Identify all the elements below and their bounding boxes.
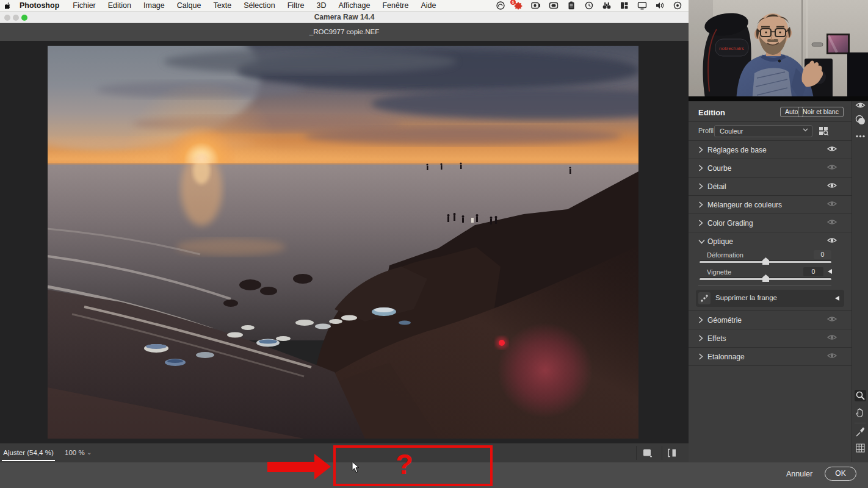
deformation-value[interactable]: 0 <box>814 250 831 259</box>
edit-panel: Edition Auto Noir et blanc Profil Couleu… <box>689 101 852 462</box>
menu-item-calque[interactable]: Calque <box>171 0 208 12</box>
eye-icon[interactable] <box>827 315 837 324</box>
image-canvas <box>0 41 689 443</box>
apple-menu[interactable] <box>0 1 16 10</box>
camera-raw-window: Photoshop Fichier Edition Image Calque T… <box>0 0 868 488</box>
binoculars-icon[interactable] <box>602 1 612 10</box>
annotation-arrow <box>267 462 314 472</box>
creative-cloud-icon[interactable] <box>496 1 505 10</box>
screen-record-icon[interactable] <box>531 1 541 10</box>
collapse-left-icon[interactable] <box>828 269 832 274</box>
zoom-level-chevron-icon[interactable]: ⌄ <box>84 443 94 462</box>
app-badge-icon[interactable]: 6 <box>513 1 523 10</box>
menu-item-selection[interactable]: Sélection <box>237 0 281 12</box>
zoom-tool-icon[interactable] <box>855 390 866 401</box>
profile-label: Profil <box>698 127 714 134</box>
mouse-cursor <box>352 461 360 473</box>
profile-value: Couleur <box>720 127 743 135</box>
collapse-left-icon[interactable] <box>835 296 839 301</box>
section-courbe[interactable]: Courbe <box>689 159 852 177</box>
window-title: Camera Raw 14.4 <box>0 12 689 23</box>
vignette-label: Vignette <box>707 268 731 276</box>
menubar-status-icons: 6 <box>496 1 689 10</box>
chevron-down-icon <box>698 239 705 244</box>
eye-icon[interactable] <box>827 352 837 361</box>
eye-icon[interactable] <box>827 334 837 342</box>
menu-item-fichier[interactable]: Fichier <box>67 0 102 12</box>
grid-overlay-icon[interactable] <box>855 442 866 454</box>
cancel-button[interactable]: Annuler <box>786 470 812 478</box>
divider <box>689 121 852 122</box>
divider <box>689 365 852 366</box>
section-geometrie[interactable]: Géométrie <box>689 311 852 329</box>
display-icon[interactable] <box>637 1 647 10</box>
slider-thumb[interactable] <box>762 274 769 282</box>
section-detail[interactable]: Détail <box>689 178 852 195</box>
hand-tool-icon[interactable] <box>855 407 866 418</box>
toolbar-separator <box>662 446 662 460</box>
chevron-right-icon <box>698 146 703 153</box>
deformation-slider[interactable] <box>700 261 831 263</box>
strip-separator <box>855 423 866 423</box>
menu-item-3d[interactable]: 3D <box>311 0 333 12</box>
menu-item-photoshop[interactable]: Photoshop <box>16 0 67 12</box>
menu-item-aide[interactable]: Aide <box>414 0 442 12</box>
annotation-arrow-head <box>314 454 331 479</box>
menu-item-affichage[interactable]: Affichage <box>332 0 376 12</box>
svg-text:noblechairs: noblechairs <box>719 46 744 51</box>
fit-zoom-tab[interactable]: Ajuster (54,4 %) <box>0 443 57 462</box>
history-clock-icon[interactable] <box>584 1 594 10</box>
eye-icon[interactable] <box>827 145 837 154</box>
menu-item-texte[interactable]: Texte <box>207 0 237 12</box>
slider-thumb[interactable] <box>762 257 769 265</box>
menu-item-image[interactable]: Image <box>137 0 171 12</box>
raw-photo[interactable] <box>48 46 638 439</box>
profile-select[interactable]: Couleur <box>714 125 812 137</box>
close-window-button[interactable] <box>4 15 10 21</box>
menu-item-edition[interactable]: Edition <box>102 0 137 12</box>
right-tool-strip <box>852 101 868 462</box>
zoom-window-button[interactable] <box>21 15 27 21</box>
section-melangeur-de-couleurs[interactable]: Mélangeur de couleurs <box>689 196 852 214</box>
divider <box>698 285 831 286</box>
black-white-button[interactable]: Noir et blanc <box>798 107 844 117</box>
profile-browser-icon[interactable] <box>819 126 829 135</box>
menu-item-filtre[interactable]: Filtre <box>281 0 311 12</box>
chevron-right-icon <box>698 220 703 226</box>
more-options-icon[interactable] <box>855 131 866 142</box>
vignette-slider[interactable] <box>700 278 831 280</box>
defringe-row[interactable]: Supprimer la frange <box>696 290 844 307</box>
preview-mode-icon[interactable] <box>642 448 653 458</box>
section-etalonnage[interactable]: Etalonnage <box>689 348 852 365</box>
filename-bar: _ROC9977 copie.NEF <box>0 23 689 41</box>
minimize-window-button[interactable] <box>13 15 19 21</box>
chevron-right-icon <box>698 183 703 190</box>
defringe-eyedropper-icon <box>698 292 711 304</box>
eye-icon[interactable] <box>827 163 837 172</box>
record-icon[interactable] <box>673 1 682 10</box>
masking-icon[interactable] <box>855 114 866 126</box>
section-effets[interactable]: Effets <box>689 329 852 347</box>
eye-icon[interactable] <box>827 182 837 190</box>
ok-button[interactable]: OK <box>825 467 856 481</box>
frame-icon[interactable] <box>549 1 559 10</box>
window-titlebar[interactable]: Camera Raw 14.4 <box>0 12 689 23</box>
eye-icon[interactable] <box>827 237 837 245</box>
before-after-view-icon[interactable] <box>667 448 678 458</box>
vignette-value[interactable]: 0 <box>803 267 823 276</box>
deformation-label: Déformation <box>707 251 743 259</box>
preview-eye-icon[interactable] <box>855 99 866 111</box>
chevron-right-icon <box>698 335 703 342</box>
annotation-question-mark: ? <box>396 447 413 481</box>
menu-item-fenetre[interactable]: Fenêtre <box>376 0 414 12</box>
white-balance-eyedropper-icon[interactable] <box>855 426 866 438</box>
section-optique[interactable]: Optique <box>689 232 852 250</box>
eye-icon[interactable] <box>827 200 837 209</box>
chevron-right-icon <box>698 353 703 360</box>
clipboard-icon[interactable] <box>566 1 576 10</box>
volume-icon[interactable] <box>655 1 665 10</box>
section-reglages-de-base[interactable]: Réglages de base <box>689 141 852 159</box>
eye-icon[interactable] <box>827 218 837 227</box>
layout-icon[interactable] <box>620 1 629 10</box>
section-color-grading[interactable]: Color Grading <box>689 214 852 232</box>
